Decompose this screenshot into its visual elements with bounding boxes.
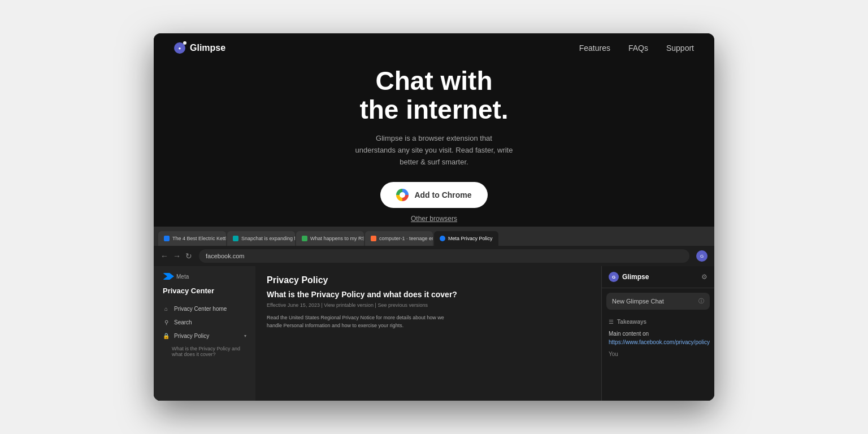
- nav-links: Features FAQs Support: [579, 44, 694, 53]
- lock-icon: 🔒: [163, 332, 170, 339]
- fb-main-content: Privacy Policy What is the Privacy Polic…: [255, 266, 601, 401]
- other-browsers-link[interactable]: Other browsers: [411, 215, 457, 223]
- tab-label-rsus: What happens to my RSUs w/: [310, 236, 364, 241]
- glimpse-panel-logo: G Glimpse: [609, 272, 649, 282]
- gear-icon[interactable]: ⚙: [701, 273, 708, 281]
- glimpse-panel-header: G Glimpse ⚙: [602, 266, 714, 288]
- nav-features[interactable]: Features: [579, 44, 610, 53]
- policy-meta: Effective June 15, 2023 | View printable…: [267, 302, 590, 308]
- hero-section: Chat with the internet. Glimpse is a bro…: [154, 63, 714, 227]
- home-icon: ⌂: [163, 305, 170, 312]
- glimpse-logo-icon: [174, 42, 185, 54]
- sidebar-item-home[interactable]: ⌂ Privacy Center home: [154, 302, 255, 315]
- meta-text: Meta: [176, 274, 189, 280]
- browser-mockup: The 4 Best Electric Kettles · # Snapchat…: [154, 227, 714, 401]
- glimpse-logo-text: Glimpse: [190, 43, 225, 53]
- new-glimpse-chat-bar[interactable]: New Glimpse Chat ⓘ: [606, 293, 710, 310]
- privacy-center-title: Privacy Center: [154, 284, 255, 302]
- tab-favicon-snapchat: [233, 236, 238, 241]
- tab-favicon-meta: [440, 236, 445, 241]
- tab-favicon-rsus: [302, 236, 307, 241]
- glimpse-navbar: Glimpse Features FAQs Support: [154, 33, 714, 63]
- chrome-icon: [396, 189, 409, 201]
- browser-content: Meta Privacy Center ⌂ Privacy Center hom…: [154, 266, 714, 401]
- tab-label-snapchat: Snapchat is expanding further: [241, 236, 295, 241]
- policy-body: Read the United States Regional Privacy …: [267, 314, 448, 330]
- back-button[interactable]: ←: [160, 251, 168, 261]
- reload-button[interactable]: ↻: [185, 251, 192, 261]
- sidebar-privacy-label: Privacy Policy: [174, 333, 209, 339]
- add-to-chrome-button[interactable]: Add to Chrome: [380, 182, 487, 208]
- glimpse-extension-icon[interactable]: G: [696, 250, 708, 262]
- search-icon: ⚲: [163, 319, 170, 326]
- chat-info-icon[interactable]: ⓘ: [698, 297, 704, 305]
- privacy-policy-section-title: Privacy Policy: [267, 275, 590, 285]
- sidebar-search-label: Search: [174, 319, 192, 326]
- hero-title-line2: the internet.: [359, 95, 508, 124]
- cta-button-label: Add to Chrome: [414, 190, 471, 199]
- glimpse-panel-logo-icon: G: [609, 272, 619, 282]
- takeaways-content: Main content on https://www.facebook.com…: [609, 329, 708, 346]
- browser-address-bar: ← → ↻ facebook.com G: [154, 246, 714, 266]
- takeaways-section: ☰ Takeaways Main content on https://www.…: [602, 314, 714, 362]
- browser-tab-kettles[interactable]: The 4 Best Electric Kettles · #: [158, 231, 226, 246]
- browser-tab-rsus[interactable]: What happens to my RSUs w/: [296, 231, 364, 246]
- meta-icon: [163, 273, 174, 280]
- takeaways-header: ☰ Takeaways: [609, 319, 708, 325]
- browser-tab-computer[interactable]: computer-1 · teenage engine: [365, 231, 433, 246]
- glimpse-logo: Glimpse: [174, 42, 225, 54]
- forward-button[interactable]: →: [173, 251, 181, 261]
- hero-title-line1: Chat with: [376, 66, 493, 96]
- glimpse-side-panel: G Glimpse ⚙ New Glimpse Chat ⓘ ☰: [601, 266, 714, 401]
- hero-subtitle: Glimpse is a browser extension that unde…: [355, 133, 513, 168]
- address-url: facebook.com: [206, 253, 244, 259]
- takeaways-label: Takeaways: [617, 319, 646, 325]
- browser-tab-meta[interactable]: Meta Privacy Policy: [434, 231, 498, 246]
- browser-window: Glimpse Features FAQs Support Chat with …: [154, 33, 714, 401]
- fb-sidebar: Meta Privacy Center ⌂ Privacy Center hom…: [154, 266, 255, 401]
- tab-label-kettles: The 4 Best Electric Kettles · #: [172, 236, 226, 241]
- sidebar-sub-item[interactable]: What is the Privacy Policy and what does…: [154, 342, 255, 361]
- glimpse-panel-logo-text: Glimpse: [622, 273, 649, 281]
- sidebar-home-label: Privacy Center home: [174, 306, 227, 312]
- meta-logo: Meta: [154, 273, 255, 284]
- takeaways-url: https://www.facebook.com/privacy/policy: [609, 339, 710, 345]
- tab-label-meta: Meta Privacy Policy: [448, 236, 493, 241]
- chevron-down-icon: ▾: [244, 333, 246, 338]
- you-label: You: [609, 351, 708, 357]
- takeaways-text: Main content on: [609, 331, 649, 337]
- browser-tabs-bar: The 4 Best Electric Kettles · # Snapchat…: [154, 227, 714, 246]
- nav-faqs[interactable]: FAQs: [628, 44, 648, 53]
- sidebar-sub-label: What is the Privacy Policy and what does…: [172, 346, 246, 357]
- address-bar-input[interactable]: facebook.com: [199, 249, 689, 263]
- nav-support[interactable]: Support: [666, 44, 694, 53]
- sidebar-item-search[interactable]: ⚲ Search: [154, 315, 255, 329]
- page-background: Glimpse Features FAQs Support Chat with …: [0, 0, 868, 434]
- tab-favicon-kettles: [164, 236, 170, 241]
- sidebar-item-privacy-policy[interactable]: 🔒 Privacy Policy ▾: [154, 329, 255, 342]
- hero-title: Chat with the internet.: [359, 67, 508, 124]
- browser-tab-snapchat[interactable]: Snapchat is expanding further: [227, 231, 295, 246]
- tab-label-computer: computer-1 · teenage engine: [379, 236, 433, 241]
- takeaways-icon: ☰: [609, 319, 614, 325]
- facebook-page: Meta Privacy Center ⌂ Privacy Center hom…: [154, 266, 714, 401]
- browser-nav-buttons: ← → ↻: [160, 251, 192, 261]
- new-chat-label: New Glimpse Chat: [612, 298, 664, 305]
- policy-question: What is the Privacy Policy and what does…: [267, 290, 590, 299]
- tab-favicon-computer: [371, 236, 376, 241]
